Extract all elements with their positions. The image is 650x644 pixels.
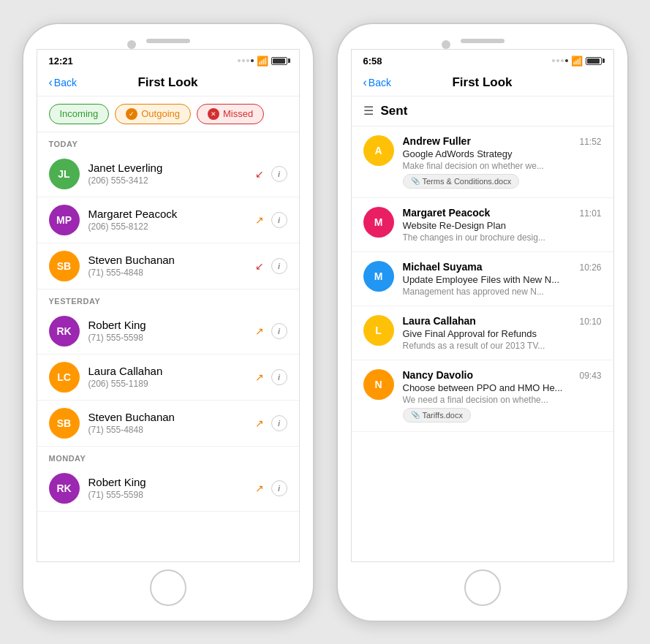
- status-bar-2: 6:58 📶: [352, 50, 613, 69]
- email-content: Laura Callahan 10:10 Give Final Approval…: [403, 315, 602, 351]
- call-info: Steven Buchanan (71) 555-4848: [88, 254, 246, 278]
- call-number: (206) 555-8122: [88, 221, 246, 232]
- call-info: Robert King (71) 555-5598: [88, 476, 246, 500]
- phone-camera-1: [127, 40, 136, 49]
- nav-title-2: First Look: [452, 75, 512, 90]
- avatar: A: [363, 135, 394, 166]
- call-info: Steven Buchanan (71) 555-4848: [88, 411, 246, 435]
- call-item[interactable]: SB Steven Buchanan (71) 555-4848 ↗ i: [37, 401, 299, 447]
- call-item[interactable]: RK Robert King (71) 555-5598 ↗ i: [37, 466, 299, 512]
- email-from: Laura Callahan: [403, 315, 476, 327]
- filter-tabs: Incoming ✓ Outgoing ✕ Missed: [37, 96, 299, 132]
- home-button-2[interactable]: [464, 569, 501, 606]
- email-time: 11:01: [579, 208, 601, 219]
- attachment-badge: 📎 Terms & Conditions.docx: [403, 174, 520, 189]
- email-from: Margaret Peacock: [403, 207, 491, 219]
- email-from: Michael Suyama: [403, 261, 483, 273]
- tab-incoming[interactable]: Incoming: [49, 104, 110, 124]
- call-list: TODAY JL Janet Leverling (206) 555-3412 …: [37, 132, 299, 561]
- back-button-1[interactable]: ‹ Back: [49, 76, 77, 89]
- home-button-1[interactable]: [150, 569, 186, 606]
- email-subject: Website Re-Design Plan: [403, 220, 602, 231]
- phone-2: 6:58 📶 ‹ Back First Look: [336, 23, 629, 622]
- info-button[interactable]: i: [271, 212, 287, 228]
- info-button[interactable]: i: [271, 480, 287, 496]
- section-monday: MONDAY: [37, 447, 299, 466]
- email-time: 09:43: [579, 371, 601, 381]
- email-item[interactable]: N Nancy Davolio 09:43 Choose between PPO…: [352, 360, 613, 432]
- email-time: 10:26: [579, 262, 601, 273]
- email-item[interactable]: L Laura Callahan 10:10 Give Final Approv…: [352, 306, 613, 360]
- back-button-2[interactable]: ‹ Back: [363, 76, 391, 89]
- email-content: Michael Suyama 10:26 Update Employee Fil…: [403, 261, 602, 297]
- info-button[interactable]: i: [271, 369, 287, 385]
- call-info: Margaret Peacock (206) 555-8122: [88, 208, 246, 232]
- section-today: TODAY: [37, 132, 299, 151]
- outgoing-label: Outgoing: [141, 108, 180, 119]
- nav-title-1: First Look: [137, 75, 197, 90]
- tab-outgoing[interactable]: ✓ Outgoing: [115, 104, 191, 124]
- missed-arrow-icon: ↙: [255, 168, 264, 180]
- wifi-icon: 📶: [257, 56, 268, 67]
- call-number: (71) 555-5598: [88, 333, 246, 343]
- call-actions: ↗ i: [255, 369, 287, 385]
- info-button[interactable]: i: [271, 258, 287, 274]
- missed-icon: ✕: [208, 108, 219, 120]
- email-from: Nancy Davolio: [403, 369, 473, 381]
- status-bar-1: 12:21 📶: [37, 50, 299, 69]
- back-chevron-2: ‹: [363, 76, 367, 89]
- call-name: Steven Buchanan: [88, 411, 246, 423]
- call-number: (71) 555-5598: [88, 490, 246, 500]
- phone-screen-2: 6:58 📶 ‹ Back First Look: [351, 49, 614, 562]
- info-button[interactable]: i: [271, 166, 287, 182]
- outgoing-arrow-icon: ↗: [255, 371, 264, 383]
- avatar: N: [363, 369, 394, 400]
- attachment-badge: 📎 Tariffs.docx: [403, 408, 471, 423]
- call-item[interactable]: JL Janet Leverling (206) 555-3412 ↙ i: [37, 151, 299, 197]
- call-item[interactable]: LC Laura Callahan (206) 555-1189 ↗ i: [37, 355, 299, 401]
- call-number: (206) 555-3412: [88, 175, 246, 186]
- phone-camera-2: [442, 40, 450, 49]
- incoming-label: Incoming: [60, 108, 99, 119]
- email-preview: We need a final decision on whethe...: [403, 395, 602, 405]
- avatar: SB: [49, 251, 80, 281]
- email-item[interactable]: M Michael Suyama 10:26 Update Employee F…: [352, 252, 613, 306]
- battery-icon-2: [586, 57, 602, 65]
- call-actions: ↗ i: [255, 323, 287, 339]
- call-info: Robert King (71) 555-5598: [88, 319, 246, 343]
- tab-missed[interactable]: ✕ Missed: [197, 104, 264, 124]
- call-name: Janet Leverling: [88, 162, 246, 174]
- attachment-icon: 📎: [411, 177, 420, 185]
- call-actions: ↗ i: [255, 480, 287, 496]
- call-number: (71) 555-4848: [88, 425, 246, 435]
- outgoing-icon: ✓: [126, 108, 137, 120]
- battery-icon: [271, 57, 287, 65]
- missed-label: Missed: [223, 108, 253, 119]
- time-2: 6:58: [363, 56, 382, 67]
- info-button[interactable]: i: [271, 323, 287, 339]
- attachment-icon-2: 📎: [411, 411, 420, 419]
- outgoing-arrow-icon: ↗: [255, 417, 264, 429]
- call-number: (71) 555-4848: [88, 268, 246, 278]
- email-subject: Give Final Approval for Refunds: [403, 328, 602, 339]
- folder-name: Sent: [381, 104, 408, 118]
- signal-icon: [238, 59, 254, 62]
- email-item[interactable]: M Margaret Peacock 11:01 Website Re-Desi…: [352, 198, 613, 252]
- status-icons-2: 📶: [552, 56, 602, 67]
- back-chevron-1: ‹: [49, 76, 53, 89]
- avatar: RK: [49, 473, 80, 504]
- phone-1: 12:21 📶 ‹ Back First Look: [22, 23, 314, 622]
- email-item[interactable]: A Andrew Fuller 11:52 Google AdWords Str…: [352, 126, 613, 198]
- nav-bar-2: ‹ Back First Look: [352, 69, 613, 96]
- nav-bar-1: ‹ Back First Look: [37, 69, 299, 96]
- email-preview: Refunds as a result of our 2013 TV...: [403, 341, 602, 351]
- call-info: Laura Callahan (206) 555-1189: [88, 365, 246, 389]
- call-item[interactable]: RK Robert King (71) 555-5598 ↗ i: [37, 308, 299, 355]
- email-from: Andrew Fuller: [403, 135, 471, 147]
- section-yesterday: YESTERDAY: [37, 289, 299, 308]
- hamburger-menu-icon[interactable]: ☰: [363, 104, 374, 118]
- call-item[interactable]: SB Steven Buchanan (71) 555-4848 ↙ i: [37, 243, 299, 289]
- call-item[interactable]: MP Margaret Peacock (206) 555-8122 ↗ i: [37, 197, 299, 243]
- email-subject: Update Employee Files with New N...: [403, 274, 602, 285]
- info-button[interactable]: i: [271, 415, 287, 431]
